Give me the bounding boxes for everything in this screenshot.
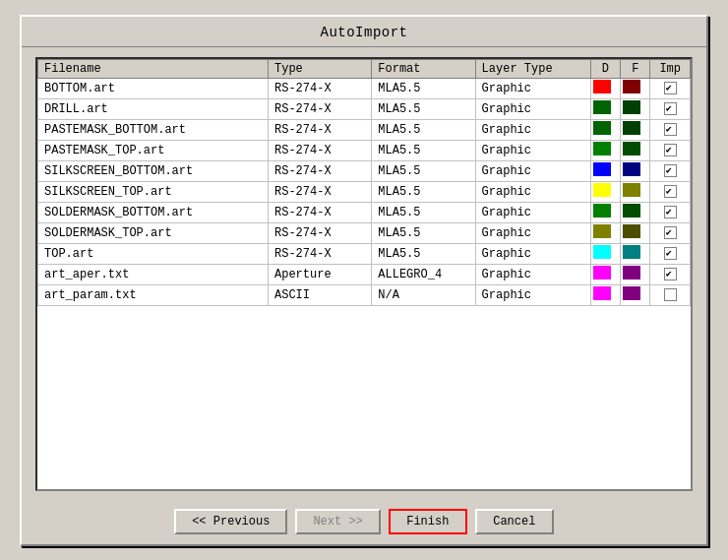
- import-checkbox[interactable]: [664, 82, 677, 94]
- table-row: SILKSCREEN_TOP.artRS-274-XMLA5.5Graphic: [38, 181, 691, 202]
- cell-color-d[interactable]: [590, 160, 620, 181]
- cell-color-d[interactable]: [590, 202, 620, 222]
- import-checkbox[interactable]: [664, 206, 677, 218]
- cell-format: ALLEGRO_4: [372, 264, 475, 284]
- cell-filename: SILKSCREEN_BOTTOM.art: [38, 160, 269, 181]
- cell-type: RS-274-X: [269, 119, 372, 140]
- cell-layertype: Graphic: [475, 98, 590, 119]
- cell-type: RS-274-X: [269, 160, 372, 181]
- cell-layertype: Graphic: [475, 202, 590, 222]
- file-table: Filename Type Format Layer Type D F Imp …: [37, 59, 691, 306]
- cell-type: Aperture: [269, 264, 372, 284]
- cell-color-d[interactable]: [590, 78, 620, 98]
- cell-color-f[interactable]: [621, 98, 650, 119]
- col-header-format: Format: [372, 59, 475, 78]
- table-row: art_aper.txtApertureALLEGRO_4Graphic: [38, 264, 691, 284]
- cell-filename: DRILL.art: [38, 98, 269, 119]
- cell-checkbox-imp[interactable]: [650, 78, 691, 98]
- cell-color-f[interactable]: [621, 140, 650, 160]
- cell-filename: art_param.txt: [38, 284, 269, 305]
- cell-layertype: Graphic: [475, 160, 590, 181]
- import-checkbox[interactable]: [664, 226, 677, 239]
- table-row: PASTEMASK_TOP.artRS-274-XMLA5.5Graphic: [38, 140, 691, 160]
- cell-type: RS-274-X: [269, 98, 372, 119]
- cell-layertype: Graphic: [475, 284, 590, 305]
- cell-layertype: Graphic: [475, 140, 590, 160]
- table-row: SOLDERMASK_BOTTOM.artRS-274-XMLA5.5Graph…: [38, 202, 691, 222]
- cell-color-f[interactable]: [621, 284, 650, 305]
- import-checkbox[interactable]: [664, 288, 677, 301]
- cancel-button[interactable]: Cancel: [475, 509, 554, 534]
- import-checkbox[interactable]: [664, 102, 677, 115]
- dialog-title: AutoImport: [22, 17, 706, 47]
- cell-filename: SILKSCREEN_TOP.art: [38, 181, 269, 202]
- cell-type: RS-274-X: [269, 140, 372, 160]
- cell-color-d[interactable]: [590, 140, 620, 160]
- col-header-layertype: Layer Type: [475, 59, 590, 78]
- cell-checkbox-imp[interactable]: [650, 284, 691, 305]
- previous-button[interactable]: << Previous: [174, 509, 287, 534]
- cell-color-d[interactable]: [590, 119, 620, 140]
- table-row: SOLDERMASK_TOP.artRS-274-XMLA5.5Graphic: [38, 222, 691, 243]
- cell-filename: TOP.art: [38, 243, 269, 264]
- dialog-content: Filename Type Format Layer Type D F Imp …: [22, 47, 706, 499]
- cell-format: MLA5.5: [372, 243, 475, 264]
- cell-format: MLA5.5: [372, 222, 475, 243]
- import-checkbox[interactable]: [664, 144, 677, 156]
- col-header-filename: Filename: [38, 59, 269, 78]
- cell-checkbox-imp[interactable]: [650, 119, 691, 140]
- cell-color-f[interactable]: [621, 243, 650, 264]
- cell-color-d[interactable]: [590, 222, 620, 243]
- cell-filename: PASTEMASK_TOP.art: [38, 140, 269, 160]
- table-row: PASTEMASK_BOTTOM.artRS-274-XMLA5.5Graphi…: [38, 119, 691, 140]
- cell-type: RS-274-X: [269, 202, 372, 222]
- col-header-d: D: [590, 59, 620, 78]
- autoimport-dialog: AutoImport Filename Type Format Layer Ty…: [20, 15, 708, 546]
- cell-color-f[interactable]: [621, 78, 650, 98]
- import-checkbox[interactable]: [664, 164, 677, 177]
- import-checkbox[interactable]: [664, 185, 677, 198]
- cell-color-f[interactable]: [621, 264, 650, 284]
- cell-format: MLA5.5: [372, 140, 475, 160]
- cell-layertype: Graphic: [475, 243, 590, 264]
- cell-color-f[interactable]: [621, 181, 650, 202]
- cell-color-d[interactable]: [590, 284, 620, 305]
- cell-type: RS-274-X: [269, 222, 372, 243]
- dialog-footer: << Previous Next >> Finish Cancel: [22, 499, 706, 544]
- cell-type: RS-274-X: [269, 78, 372, 98]
- cell-color-f[interactable]: [621, 202, 650, 222]
- cell-type: RS-274-X: [269, 181, 372, 202]
- table-row: art_param.txtASCIIN/AGraphic: [38, 284, 691, 305]
- next-button[interactable]: Next >>: [295, 509, 380, 534]
- cell-checkbox-imp[interactable]: [650, 222, 691, 243]
- cell-format: MLA5.5: [372, 78, 475, 98]
- cell-color-f[interactable]: [621, 222, 650, 243]
- table-row: SILKSCREEN_BOTTOM.artRS-274-XMLA5.5Graph…: [38, 160, 691, 181]
- cell-filename: SOLDERMASK_BOTTOM.art: [38, 202, 269, 222]
- cell-checkbox-imp[interactable]: [650, 243, 691, 264]
- cell-color-d[interactable]: [590, 98, 620, 119]
- cell-checkbox-imp[interactable]: [650, 160, 691, 181]
- cell-color-d[interactable]: [590, 243, 620, 264]
- cell-color-d[interactable]: [590, 264, 620, 284]
- table-row: BOTTOM.artRS-274-XMLA5.5Graphic: [38, 78, 691, 98]
- cell-filename: BOTTOM.art: [38, 78, 269, 98]
- cell-color-f[interactable]: [621, 160, 650, 181]
- cell-checkbox-imp[interactable]: [650, 140, 691, 160]
- finish-button[interactable]: Finish: [389, 509, 467, 534]
- cell-type: RS-274-X: [269, 243, 372, 264]
- cell-checkbox-imp[interactable]: [650, 202, 691, 222]
- cell-checkbox-imp[interactable]: [650, 181, 691, 202]
- cell-layertype: Graphic: [475, 78, 590, 98]
- cell-checkbox-imp[interactable]: [650, 98, 691, 119]
- cell-type: ASCII: [269, 284, 372, 305]
- import-checkbox[interactable]: [664, 123, 677, 136]
- import-checkbox[interactable]: [664, 268, 677, 280]
- file-table-container: Filename Type Format Layer Type D F Imp …: [35, 57, 693, 491]
- import-checkbox[interactable]: [664, 247, 677, 260]
- cell-filename: art_aper.txt: [38, 264, 269, 284]
- cell-format: MLA5.5: [372, 160, 475, 181]
- cell-color-d[interactable]: [590, 181, 620, 202]
- cell-color-f[interactable]: [621, 119, 650, 140]
- cell-checkbox-imp[interactable]: [650, 264, 691, 284]
